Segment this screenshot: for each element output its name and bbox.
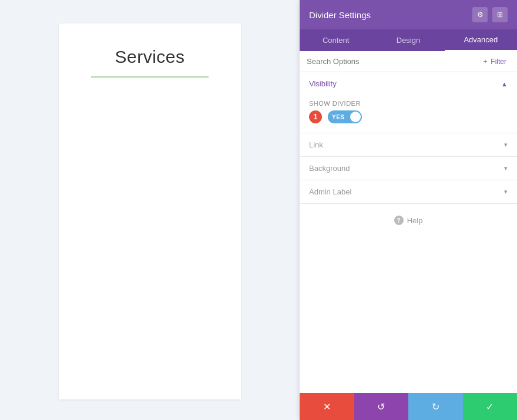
link-header[interactable]: Link ▾ — [300, 133, 517, 156]
undo-icon: ↺ — [377, 401, 385, 412]
cancel-button[interactable]: ✕ — [300, 393, 354, 420]
redo-icon: ↻ — [432, 401, 439, 412]
toggle-row: 1 YES — [309, 110, 508, 123]
link-chevron-icon: ▾ — [504, 141, 508, 149]
admin-label-chevron-icon: ▾ — [504, 188, 508, 196]
page-title: Services — [115, 47, 184, 67]
search-input[interactable] — [307, 51, 478, 72]
help-link[interactable]: ? Help — [394, 216, 423, 225]
panel-header-icons: ⚙ ⊞ — [472, 7, 508, 22]
plus-icon: ＋ — [482, 56, 489, 66]
panel-content: Visibility ▲ Show Divider 1 YES Link ▾ — [300, 72, 517, 393]
show-divider-toggle[interactable]: YES — [328, 110, 362, 123]
panel-header: Divider Settings ⚙ ⊞ — [300, 0, 517, 29]
undo-button[interactable]: ↺ — [354, 393, 409, 420]
save-icon: ✓ — [486, 401, 494, 412]
help-icon: ? — [394, 216, 404, 225]
cancel-icon: ✕ — [323, 401, 331, 412]
tab-content[interactable]: Content — [300, 29, 372, 51]
filter-label: Filter — [491, 58, 506, 66]
step-badge: 1 — [309, 110, 322, 123]
settings-icon-button[interactable]: ⚙ — [472, 7, 488, 22]
background-header[interactable]: Background ▾ — [300, 157, 517, 180]
save-button[interactable]: ✓ — [463, 393, 518, 420]
toggle-yes-label: YES — [328, 112, 349, 123]
admin-label-section: Admin Label ▾ — [300, 180, 517, 204]
help-area: ? Help — [300, 204, 517, 237]
background-section: Background ▾ — [300, 157, 517, 180]
background-title: Background — [309, 164, 350, 173]
expand-icon-button[interactable]: ⊞ — [492, 7, 508, 22]
link-section: Link ▾ — [300, 133, 517, 157]
show-divider-label: Show Divider — [309, 100, 508, 107]
tab-design[interactable]: Design — [372, 29, 444, 51]
admin-label-title: Admin Label — [309, 187, 351, 196]
filter-button[interactable]: ＋ Filter — [478, 54, 510, 69]
help-label: Help — [407, 216, 423, 225]
panel-tabs: Content Design Advanced — [300, 29, 517, 51]
visibility-chevron-icon: ▲ — [501, 80, 508, 88]
tab-advanced[interactable]: Advanced — [445, 29, 517, 51]
page-card: Services — [59, 23, 241, 399]
search-bar: ＋ Filter — [300, 51, 517, 72]
visibility-section: Visibility ▲ Show Divider 1 YES — [300, 72, 517, 133]
divider-line — [91, 76, 209, 78]
toggle-thumb — [350, 112, 361, 122]
canvas-area: Services — [0, 0, 300, 420]
panel-title: Divider Settings — [309, 10, 371, 20]
link-title: Link — [309, 140, 323, 149]
settings-panel: Divider Settings ⚙ ⊞ Content Design Adva… — [300, 0, 517, 420]
visibility-body: Show Divider 1 YES — [300, 95, 517, 133]
background-chevron-icon: ▾ — [504, 164, 508, 172]
panel-footer: ✕ ↺ ↻ ✓ — [300, 393, 517, 420]
admin-label-header[interactable]: Admin Label ▾ — [300, 180, 517, 203]
visibility-title: Visibility — [309, 79, 337, 88]
visibility-header[interactable]: Visibility ▲ — [300, 72, 517, 95]
redo-button[interactable]: ↻ — [408, 393, 463, 420]
